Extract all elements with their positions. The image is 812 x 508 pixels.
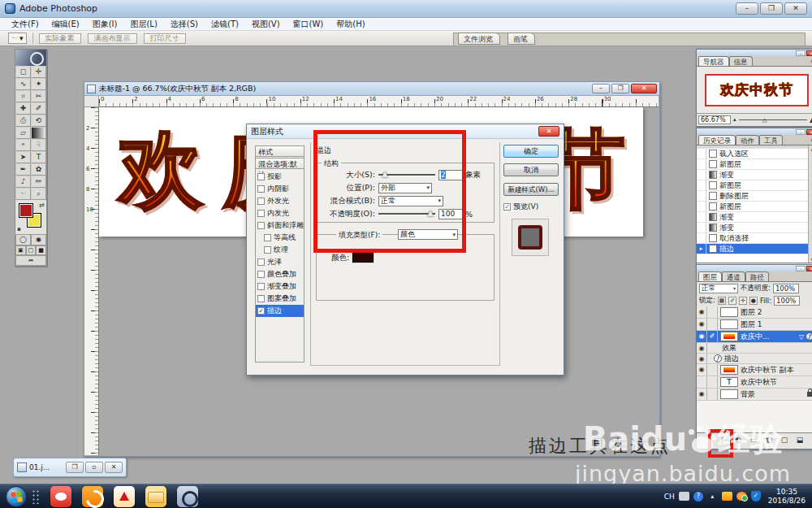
dialog-close-button[interactable]: ✕: [538, 126, 559, 137]
history-brush-tool-icon[interactable]: ⟲: [31, 115, 46, 127]
history-item[interactable]: 新图层: [697, 180, 812, 191]
eyedropper-tool-icon[interactable]: ✏: [31, 176, 46, 188]
eye-icon-empty[interactable]: [697, 376, 707, 388]
history-item[interactable]: 取消选择: [697, 233, 812, 244]
style-item-stroke[interactable]: ✓描边: [256, 305, 304, 317]
checkbox[interactable]: [257, 271, 265, 278]
zoom-slider-thumb[interactable]: △: [762, 117, 767, 124]
style-item-color-overlay[interactable]: 颜色叠加: [256, 268, 304, 280]
history-item[interactable]: 删除图层: [697, 191, 812, 202]
close-button[interactable]: ✕: [784, 2, 807, 15]
new-group-icon[interactable]: ▭: [749, 436, 758, 444]
checkbox[interactable]: [257, 210, 265, 217]
menu-select[interactable]: 选择(S): [164, 19, 205, 30]
brush-tool-icon[interactable]: ✐: [31, 102, 46, 115]
opacity-value[interactable]: 100%: [773, 284, 799, 293]
doc-maximize-button[interactable]: ❐: [611, 84, 629, 93]
style-item-texture[interactable]: 纹理: [256, 244, 304, 256]
blur-tool-icon[interactable]: ⚬: [15, 139, 31, 151]
eye-icon[interactable]: ◉: [697, 364, 707, 376]
taskbar-clock[interactable]: 10:35 2016/8/26: [768, 488, 806, 506]
checkbox[interactable]: [257, 295, 265, 302]
style-item-drop-shadow[interactable]: 投影: [256, 171, 304, 183]
taskbar-app-ucbrowser-icon[interactable]: [82, 486, 103, 507]
document-titlebar[interactable]: 未标题-1 @ 66.7%(欢庆中秋节 副本 2,RGB) – ❐ ✕: [84, 82, 659, 96]
zoom-tool-icon[interactable]: ⌕: [31, 188, 46, 200]
style-item-outer-glow[interactable]: 外发光: [256, 195, 304, 207]
minimized-document-window[interactable]: 01.j... ❐ ▫ ✕: [13, 458, 127, 477]
stroke-effect-row[interactable]: ◉ ƒ 描边: [697, 354, 812, 364]
menu-file[interactable]: 文件(F): [5, 19, 45, 30]
tab-info[interactable]: 信息: [729, 56, 753, 66]
cancel-button[interactable]: 取消: [503, 163, 559, 176]
delete-layer-icon[interactable]: ⬓: [795, 436, 805, 444]
actual-pixels-button[interactable]: 实际象素: [39, 33, 81, 44]
fit-on-screen-button[interactable]: 满画布显示: [88, 33, 137, 44]
checkbox[interactable]: [257, 185, 265, 193]
close-button[interactable]: ✕: [105, 462, 123, 473]
background-layer-row[interactable]: ◉ 背景: [697, 389, 812, 401]
history-item[interactable]: 新图层: [697, 159, 812, 170]
start-button[interactable]: [6, 486, 27, 507]
checkbox[interactable]: [257, 222, 265, 229]
style-item-bevel-emboss[interactable]: 斜面和浮雕: [256, 219, 304, 232]
path-selection-tool-icon[interactable]: ➤: [15, 151, 31, 163]
lock-paint-icon[interactable]: ✐: [728, 297, 736, 305]
stroke-color-swatch[interactable]: [352, 253, 374, 263]
taskbar-app-explorer-icon[interactable]: [145, 486, 166, 507]
doc-minimize-button[interactable]: –: [592, 84, 610, 93]
menu-edit[interactable]: 编辑(E): [45, 19, 86, 30]
styles-header[interactable]: 样式: [255, 145, 304, 157]
tray-keyboard-icon[interactable]: [679, 492, 689, 501]
panel-close-button[interactable]: ✕: [806, 129, 812, 135]
taskbar-app-wangwang-icon[interactable]: [50, 486, 71, 507]
standard-screen-mode-button[interactable]: ▣: [15, 245, 26, 255]
magic-wand-tool-icon[interactable]: ✦: [31, 78, 46, 90]
new-layer-icon[interactable]: ▢: [780, 436, 789, 444]
tab-tools[interactable]: 工具: [759, 135, 783, 145]
zoom-out-icon[interactable]: ▴: [733, 116, 736, 123]
swap-colors-icon[interactable]: ⇄: [39, 202, 45, 209]
add-adjustment-layer-icon[interactable]: ◐: [733, 436, 743, 444]
history-item[interactable]: 渐变: [697, 223, 812, 233]
menu-layer[interactable]: 图层(L): [123, 19, 163, 30]
default-colors-icon[interactable]: ▪: [17, 226, 21, 232]
type-tool-icon[interactable]: T: [31, 151, 46, 163]
panel-close-button[interactable]: ✕: [806, 50, 812, 56]
checkbox[interactable]: [264, 246, 271, 254]
add-layer-mask-icon[interactable]: ◧: [764, 436, 774, 444]
menu-help[interactable]: 帮助(H): [330, 19, 371, 30]
tab-actions[interactable]: 动作: [736, 135, 759, 145]
style-item-inner-glow[interactable]: 内发光: [256, 207, 304, 219]
history-item-selected[interactable]: ▸描边: [697, 244, 812, 254]
style-item-satin[interactable]: 光泽: [256, 256, 304, 268]
panel-minimize-button[interactable]: –: [796, 50, 806, 56]
print-size-button[interactable]: 打印尺寸: [144, 33, 186, 44]
checkbox[interactable]: [257, 258, 265, 266]
tray-language-indicator[interactable]: CH: [664, 493, 675, 501]
maximize-button[interactable]: ❐: [760, 2, 783, 15]
layer-row[interactable]: ◉ 欢庆中秋节 副本: [697, 364, 812, 376]
eye-icon[interactable]: ◉: [697, 331, 707, 342]
menu-image[interactable]: 图象(I): [86, 19, 124, 30]
menu-view[interactable]: 视图(V): [245, 19, 287, 30]
notes-tool-icon[interactable]: ♪: [15, 176, 31, 188]
tray-wangwang-icon[interactable]: [722, 492, 732, 501]
collapse-effects-icon[interactable]: ▽: [799, 333, 804, 341]
eye-icon[interactable]: ◉: [697, 354, 707, 363]
fullscreen-mode-button[interactable]: ■: [36, 245, 46, 255]
quick-mask-mode-button[interactable]: ◉: [31, 234, 46, 245]
tray-help-icon[interactable]: ?: [693, 492, 703, 501]
pen-tool-icon[interactable]: ✒: [15, 163, 31, 176]
history-item[interactable]: 渐变: [697, 212, 812, 223]
minimize-button[interactable]: –: [736, 2, 758, 15]
tab-history[interactable]: 历史记录: [698, 135, 736, 145]
tab-navigator[interactable]: 导航器: [698, 56, 729, 66]
layer-row[interactable]: ◉ 图层 1: [697, 319, 812, 331]
layer-row[interactable]: ◉ 图层 2: [697, 306, 812, 319]
history-scrollbar[interactable]: ▲ ▼: [808, 145, 812, 263]
taskbar-app-diamond-icon[interactable]: [114, 486, 135, 507]
tab-file-browser[interactable]: 文件浏览: [458, 33, 500, 45]
menu-window[interactable]: 窗口(W): [287, 19, 330, 30]
checkbox[interactable]: [264, 234, 271, 241]
